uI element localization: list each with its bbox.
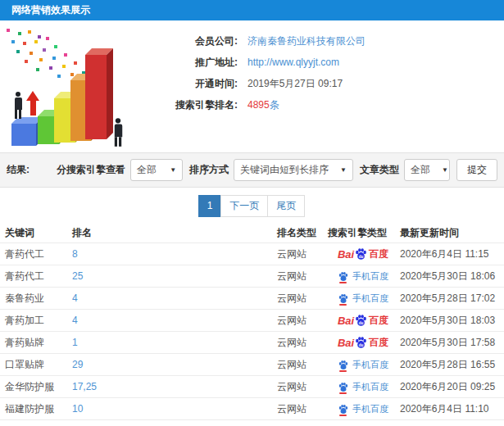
rank-type-cell: 云网站	[277, 358, 328, 372]
last-page-button[interactable]: 尾页	[267, 195, 305, 217]
engine-view-select[interactable]: 全部 ▼	[130, 159, 183, 181]
mobile-baidu-paw-icon	[338, 360, 349, 370]
table-header: 关键词 排名 排名类型 搜索引擎类型 最新更新时间	[0, 224, 504, 242]
mobile-baidu-logo: 手机百度	[338, 359, 388, 371]
baidu-paw-icon: du	[354, 336, 368, 349]
keyword-cell: 金华防护服	[5, 380, 72, 394]
keyword-cell: 秦鲁药业	[5, 292, 72, 306]
table-row: 福建防护服 10 云网站 手机百度 2020年6月4日 11:10	[0, 397, 504, 419]
table-body: 膏药代工 8 云网站 Bai du 百度 2020年6月4日 11:15 膏药代…	[0, 242, 504, 426]
next-page-button[interactable]: 下一页	[220, 195, 268, 217]
keyword-cell: 口罩贴牌	[5, 358, 72, 372]
mobile-baidu-paw-icon	[338, 271, 349, 282]
chart-illustration	[0, 20, 143, 152]
table-row: 膏药代工 25 云网站 手机百度 2020年5月30日 18:06	[0, 265, 504, 287]
info-row-company: 会员公司: 济南秦鲁药业科技有限公司	[143, 30, 504, 52]
ranking-count-label: 搜索引擎排名:	[143, 98, 238, 112]
rank-cell: 25	[72, 270, 277, 282]
bar-blue	[11, 124, 36, 146]
engine-cell: Bai du 百度	[328, 314, 398, 327]
rank-link[interactable]: 10	[72, 403, 83, 415]
keyword-cell: 膏药贴牌	[5, 336, 72, 350]
ranking-count-unit: 条	[270, 99, 279, 111]
mobile-baidu-logo: 手机百度	[338, 270, 388, 283]
engine-view-label: 分搜索引擎查看	[57, 163, 125, 177]
rank-type-cell: 云网站	[277, 380, 328, 394]
table-row: 膏药加工 4 云网站 Bai du 百度 2020年5月30日 18:03	[0, 309, 504, 331]
rank-type-cell: 云网站	[277, 402, 328, 416]
member-info: 会员公司: 济南秦鲁药业科技有限公司 推广地址: http://www.qlyy…	[143, 20, 504, 152]
baidu-logo: Bai du 百度	[338, 247, 388, 261]
rank-cell: 8	[72, 248, 277, 260]
col-rank: 排名	[72, 226, 277, 240]
info-row-url: 推广地址: http://www.qlyyjt.com	[143, 52, 504, 73]
rank-cell: 17,25	[72, 381, 277, 392]
rank-link[interactable]: 8	[72, 248, 78, 260]
summary-section: 会员公司: 济南秦鲁药业科技有限公司 推广地址: http://www.qlyy…	[0, 20, 504, 152]
engine-cell: Bai du 百度	[328, 247, 398, 261]
rank-link[interactable]: 4	[72, 292, 78, 304]
mobile-baidu-paw-icon	[338, 404, 349, 415]
update-time-cell: 2020年5月30日 18:06	[398, 270, 504, 283]
sort-value: 关键词由短到长排序	[240, 163, 329, 177]
update-time-cell: 2020年5月28日 16:55	[398, 358, 504, 372]
page-title: 网络营销效果展示	[11, 4, 90, 16]
keyword-cell: 膏药代工	[5, 247, 72, 261]
result-label: 结果:	[7, 163, 30, 177]
svg-text:du: du	[359, 343, 364, 347]
article-type-select[interactable]: 全部 ▼	[404, 159, 450, 181]
rank-type-cell: 云网站	[277, 292, 328, 306]
update-time-cell: 2020年6月4日 11:15	[398, 247, 504, 261]
red-underline	[339, 415, 347, 416]
rank-link[interactable]: 17,25	[72, 381, 97, 392]
red-underline	[339, 282, 347, 283]
update-time-cell: 2020年6月4日 11:10	[398, 402, 504, 416]
pagination: 1 下一页 尾页	[0, 188, 504, 224]
svg-text:du: du	[359, 321, 364, 325]
update-time-cell: 2020年6月20日 09:25	[398, 380, 504, 394]
ranking-table: 关键词 排名 排名类型 搜索引擎类型 最新更新时间 膏药代工 8 云网站 Bai…	[0, 224, 504, 426]
promo-url-link[interactable]: http://www.qlyyjt.com	[247, 57, 339, 68]
submit-button[interactable]: 提交	[456, 159, 497, 181]
col-rank-type: 排名类型	[277, 226, 328, 240]
rank-link[interactable]: 4	[72, 315, 78, 326]
rank-type-cell: 云网站	[277, 270, 328, 283]
rank-cell: 4	[72, 292, 277, 304]
baidu-logo: Bai du 百度	[338, 336, 388, 349]
engine-cell: Bai du 百度	[328, 336, 398, 349]
rank-type-cell: 云网站	[277, 314, 328, 328]
open-time-label: 开通时间:	[143, 77, 238, 91]
company-label: 会员公司:	[143, 34, 238, 48]
open-time-value: 2019年5月27日 09:17	[247, 77, 343, 91]
table-row: 金华防护服 17,25 云网站 手机百度 2020年6月20日 09:25	[0, 375, 504, 397]
engine-cell: 手机百度	[328, 292, 398, 305]
company-name-link[interactable]: 济南秦鲁药业科技有限公司	[247, 34, 366, 48]
page-1-button[interactable]: 1	[198, 195, 222, 217]
businessman-figure-left	[13, 92, 23, 119]
sort-select[interactable]: 关键词由短到长排序 ▼	[234, 159, 353, 181]
table-row: 秦鲁药业 4 云网站 手机百度 2020年5月28日 17:02	[0, 287, 504, 309]
table-row: 手机百度	[0, 419, 504, 426]
promo-url-label: 推广地址:	[143, 56, 238, 70]
engine-view-value: 全部	[137, 163, 157, 177]
article-type-value: 全部	[411, 163, 430, 177]
red-underline	[339, 392, 347, 394]
sort-label: 排序方式	[189, 163, 229, 177]
red-underline	[339, 304, 347, 306]
engine-cell: 手机百度	[328, 403, 398, 415]
red-underline	[339, 370, 347, 372]
rank-link[interactable]: 25	[72, 270, 83, 282]
rank-link[interactable]: 1	[72, 337, 78, 348]
rank-cell: 29	[72, 359, 277, 370]
bar-red	[85, 55, 107, 139]
keyword-cell: 膏药加工	[5, 314, 72, 328]
rank-link[interactable]: 29	[72, 359, 83, 370]
mobile-baidu-logo: 手机百度	[338, 292, 388, 305]
businessman-figure-right	[113, 118, 124, 147]
rank-cell: 1	[72, 337, 277, 348]
chevron-down-icon: ▼	[340, 166, 347, 174]
chevron-down-icon: ▼	[170, 166, 176, 174]
baidu-paw-icon: du	[354, 247, 368, 261]
col-keyword: 关键词	[5, 226, 72, 240]
update-time-cell: 2020年5月30日 17:58	[398, 336, 504, 350]
